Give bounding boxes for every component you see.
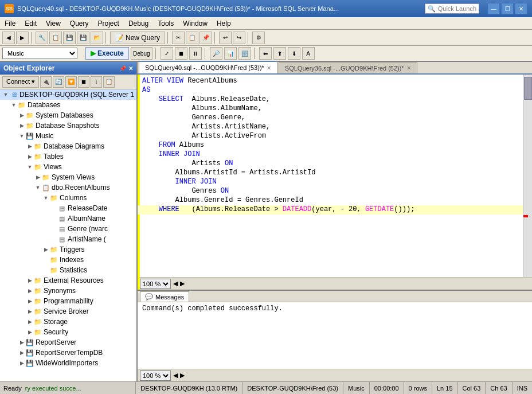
tree-expand-icon[interactable]: ▶ xyxy=(18,349,25,356)
scroll-thumb[interactable] xyxy=(524,77,532,100)
tree-expand-icon[interactable]: ▶ xyxy=(26,298,33,305)
tree-expand-icon[interactable]: ▶ xyxy=(26,277,33,284)
oe-summary-btn[interactable]: 📋 xyxy=(103,76,115,88)
tree-expand-icon[interactable]: ▶ xyxy=(18,360,25,366)
results-zoom-select[interactable]: 100 % xyxy=(140,370,171,381)
tree-expand-icon[interactable]: ▼ xyxy=(10,102,17,108)
menu-file[interactable]: File xyxy=(0,18,20,29)
oe-refresh-btn[interactable]: 🔄 xyxy=(53,76,64,88)
tree-item[interactable]: ▶📁Synonyms xyxy=(0,286,136,296)
editor-tab-1[interactable]: SQLQuery36.sql -...GUQD9KH\Fred (52))*✕ xyxy=(279,62,417,73)
toolbar-btn-6[interactable]: ✂ xyxy=(172,32,185,44)
tree-expand-icon[interactable]: ▶ xyxy=(42,246,49,253)
tree-expand-icon[interactable]: ▶ xyxy=(18,112,25,119)
menu-debug[interactable]: Debug xyxy=(124,18,153,29)
tree-item[interactable]: ▶📁Service Broker xyxy=(0,306,136,317)
menu-tools[interactable]: Tools xyxy=(153,18,178,29)
editor-pane[interactable]: ALTER VIEW RecentAlbumsAS SELECT Albums.… xyxy=(138,75,532,290)
tree-expand-icon[interactable]: ▼ xyxy=(18,132,25,139)
results-scroll-area[interactable]: Command(s) completed successfully. xyxy=(138,302,532,369)
close-button[interactable]: ✕ xyxy=(515,3,527,14)
oe-expand-btn[interactable]: ↕ xyxy=(91,76,102,88)
tab-close-icon[interactable]: ✕ xyxy=(406,65,411,71)
tree-expand-icon[interactable]: ▶ xyxy=(18,339,25,346)
tree-item[interactable]: ▤AlbumName xyxy=(0,213,136,224)
new-query-button[interactable]: 📝 New Query xyxy=(110,32,165,44)
tree-item[interactable]: ▼📁Views xyxy=(0,162,136,172)
undo-button[interactable]: ↩ xyxy=(219,32,232,44)
toolbar-btn-1[interactable]: 🔧 xyxy=(36,32,48,44)
tree-item[interactable]: ▼📁Columns xyxy=(0,193,136,203)
toolbar-btn-9[interactable]: ⚙ xyxy=(252,32,265,44)
oe-pin-icon[interactable]: 📌 xyxy=(119,65,126,72)
oe-filter-btn[interactable]: 🔽 xyxy=(65,76,77,88)
tree-item[interactable]: ▶📁Database Snapshots xyxy=(0,120,136,131)
zoom-slider[interactable]: ▶ xyxy=(180,280,185,287)
tree-expand-icon[interactable]: ▶ xyxy=(26,143,33,150)
tree-expand-icon[interactable] xyxy=(50,236,57,243)
results-zoom-right[interactable]: ▶ xyxy=(180,372,185,379)
toolbar-btn-2[interactable]: 📋 xyxy=(49,32,62,44)
sql-btn-2[interactable]: ⏹ xyxy=(175,47,187,60)
tree-item[interactable]: ▶📁System Views xyxy=(0,172,136,182)
tree-item[interactable]: ▶💾ReportServer xyxy=(0,337,136,348)
tree-item[interactable]: ▶📁Tables xyxy=(0,151,136,162)
tree-item[interactable]: ▶📁Storage xyxy=(0,317,136,327)
toolbar-btn-8[interactable]: 📌 xyxy=(200,32,212,44)
sql-btn-7[interactable]: ⬅ xyxy=(259,47,272,60)
tree-expand-icon[interactable]: ▼ xyxy=(2,91,9,98)
tree-item[interactable]: ▶📁Database Diagrams xyxy=(0,141,136,151)
tree-expand-icon[interactable]: ▼ xyxy=(42,194,49,201)
tree-item[interactable]: 📁Indexes xyxy=(0,255,136,265)
tree-expand-icon[interactable] xyxy=(50,205,57,212)
tree-item[interactable]: ▶📁System Databases xyxy=(0,110,136,120)
tree-item[interactable]: ▼💾Music xyxy=(0,131,136,141)
sql-btn-1[interactable]: ✓ xyxy=(161,47,173,60)
sql-btn-9[interactable]: ⬇ xyxy=(288,47,300,60)
toolbar-btn-7[interactable]: 📋 xyxy=(186,32,198,44)
menu-window[interactable]: Window xyxy=(178,18,212,29)
tree-item[interactable]: ▶📁Programmability xyxy=(0,296,136,306)
tree-expand-icon[interactable]: ▼ xyxy=(26,163,33,170)
tree-expand-icon[interactable] xyxy=(42,256,49,263)
back-button[interactable]: ◀ xyxy=(2,32,15,44)
oe-close-icon[interactable]: ✕ xyxy=(128,65,133,72)
redo-button[interactable]: ↪ xyxy=(233,32,245,44)
tree-expand-icon[interactable]: ▶ xyxy=(26,318,33,325)
sql-btn-5[interactable]: 📊 xyxy=(224,47,237,60)
tree-item[interactable]: ▼🖥DESKTOP-GUQD9KH (SQL Server 1 xyxy=(0,89,136,100)
tree-expand-icon[interactable]: ▶ xyxy=(26,329,33,336)
tree-item[interactable]: ▤ArtistName ( xyxy=(0,234,136,244)
tree-item[interactable]: ▤Genre (nvarc xyxy=(0,224,136,234)
sql-btn-8[interactable]: ⬆ xyxy=(273,47,286,60)
tree-item[interactable]: ▶📁Triggers xyxy=(0,244,136,255)
sql-btn-3[interactable]: ⏸ xyxy=(189,47,202,60)
oe-stop-btn[interactable]: ⏹ xyxy=(78,76,89,88)
maximize-button[interactable]: ❐ xyxy=(501,3,514,14)
tree-expand-icon[interactable]: ▼ xyxy=(34,184,41,191)
editor-scroll[interactable]: ALTER VIEW RecentAlbumsAS SELECT Albums.… xyxy=(138,75,532,277)
sql-btn-4[interactable]: 🔎 xyxy=(210,47,222,60)
menu-project[interactable]: Project xyxy=(93,18,124,29)
forward-button[interactable]: ▶ xyxy=(16,32,29,44)
tree-item[interactable]: ▶📁Security xyxy=(0,327,136,337)
minimize-button[interactable]: — xyxy=(487,3,500,14)
connect-button[interactable]: Connect ▾ xyxy=(2,76,39,88)
tree-expand-icon[interactable] xyxy=(50,215,57,222)
results-tab-messages[interactable]: 💬 Messages xyxy=(140,291,189,302)
tree-item[interactable]: ▼📋dbo.RecentAlbums xyxy=(0,182,136,193)
menu-help[interactable]: Help xyxy=(212,18,236,29)
tab-close-icon[interactable]: ✕ xyxy=(267,65,271,71)
sql-btn-6[interactable]: 🔢 xyxy=(238,47,251,60)
editor-scrollbar[interactable] xyxy=(523,75,532,277)
tree-item[interactable]: ▶📁External Resources xyxy=(0,275,136,286)
tree-expand-icon[interactable] xyxy=(50,225,57,232)
menu-query[interactable]: Query xyxy=(65,18,93,29)
tree-item[interactable]: ▼📁Databases xyxy=(0,100,136,110)
menu-edit[interactable]: Edit xyxy=(20,18,41,29)
tree-expand-icon[interactable] xyxy=(42,267,49,274)
database-select[interactable]: Music master ReportServer WideWorldImpor… xyxy=(2,48,77,59)
tree-expand-icon[interactable]: ▶ xyxy=(26,308,33,315)
toolbar-btn-4[interactable]: 💾 xyxy=(77,32,89,44)
tree-expand-icon[interactable]: ▶ xyxy=(26,153,33,160)
